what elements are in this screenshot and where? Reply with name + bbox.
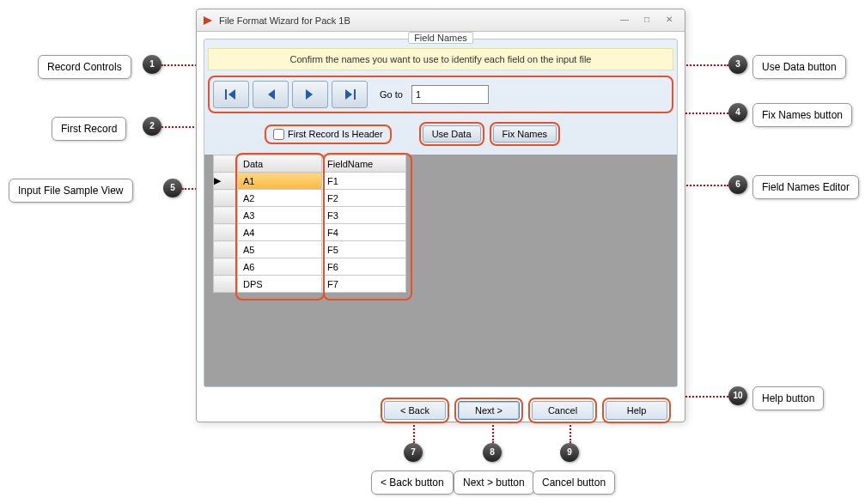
header-row: Data FieldName [214, 155, 406, 173]
corner-header [214, 155, 238, 173]
help-button-group: Help [602, 398, 671, 423]
record-controls-group: Go to [208, 76, 673, 113]
table-row[interactable]: A6 F6 [214, 258, 406, 276]
next-button[interactable]: Next > [458, 401, 520, 420]
first-record-button[interactable] [213, 81, 249, 108]
row-header [214, 207, 238, 224]
maximize-button[interactable]: □ [637, 14, 657, 27]
last-record-button[interactable] [332, 81, 368, 108]
data-cell[interactable]: A5 [238, 241, 322, 258]
minimize-button[interactable]: — [614, 14, 635, 27]
next-button-group: Next > [454, 398, 523, 423]
fix-names-group: Fix Names [490, 122, 561, 146]
fields-table[interactable]: Data FieldName ▶ A1 F1 A2 F2 [213, 155, 406, 293]
callout-record-controls: Record Controls [38, 55, 131, 79]
data-cell[interactable]: A6 [238, 258, 322, 276]
back-button[interactable]: < Back [384, 401, 446, 420]
first-record-header-label: First Record Is Header [288, 129, 383, 139]
field-cell[interactable]: F7 [322, 276, 406, 293]
col-header-field[interactable]: FieldName [322, 155, 406, 173]
close-button[interactable]: ✕ [659, 14, 679, 27]
row-header [214, 224, 238, 241]
callout-field-editor: Field Names Editor [752, 175, 859, 199]
row-header [214, 190, 238, 207]
field-cell[interactable]: F2 [322, 190, 406, 207]
callout-num-7: 7 [404, 443, 423, 462]
fix-names-button[interactable]: Fix Names [493, 125, 557, 143]
content-area: Field Names Confirm the names you want t… [197, 32, 685, 437]
callout-num-1: 1 [143, 55, 161, 74]
callout-num-2: 2 [143, 117, 161, 136]
fieldset-fieldnames: Field Names Confirm the names you want t… [204, 39, 678, 387]
app-icon [202, 15, 214, 27]
cancel-button-group: Cancel [528, 398, 597, 423]
callout-num-6: 6 [728, 175, 747, 194]
callout-cancel: Cancel button [533, 471, 615, 495]
window-title: File Format Wizard for Pack 1B [219, 15, 612, 26]
use-data-group: Use Data [419, 122, 484, 146]
use-data-button[interactable]: Use Data [423, 125, 481, 143]
callout-num-10: 10 [728, 386, 747, 405]
data-cell[interactable]: A3 [238, 207, 322, 224]
prev-record-button[interactable] [253, 81, 289, 108]
next-record-button[interactable] [292, 81, 328, 108]
row-header [214, 258, 238, 276]
svg-rect-0 [225, 89, 227, 100]
table-row[interactable]: A4 F4 [214, 224, 406, 241]
col-header-data[interactable]: Data [238, 155, 322, 173]
table-row[interactable]: A5 F5 [214, 241, 406, 258]
callout-use-data: Use Data button [752, 55, 846, 79]
grid-area: Data FieldName ▶ A1 F1 A2 F2 [204, 155, 677, 386]
first-record-header-checkbox[interactable] [273, 129, 284, 140]
goto-input[interactable] [411, 85, 489, 104]
callout-back: < Back button [371, 471, 454, 495]
field-cell[interactable]: F5 [322, 241, 406, 258]
callout-input-sample: Input File Sample View [9, 179, 133, 203]
first-icon [223, 88, 239, 101]
table-row[interactable]: A2 F2 [214, 190, 406, 207]
callout-num-9: 9 [560, 443, 579, 462]
callout-num-5: 5 [163, 179, 182, 197]
field-cell[interactable]: F3 [322, 207, 406, 224]
callout-fix-names: Fix Names button [752, 103, 852, 127]
callout-first-record: First Record [52, 117, 126, 141]
prev-icon [265, 88, 277, 101]
titlebar: File Format Wizard for Pack 1B — □ ✕ [197, 9, 685, 32]
callout-num-4: 4 [728, 103, 747, 122]
cancel-button[interactable]: Cancel [532, 401, 594, 420]
row-header [214, 241, 238, 258]
options-row: First Record Is Header Use Data Fix Name… [204, 117, 677, 151]
svg-rect-1 [354, 89, 356, 100]
row-indicator: ▶ [214, 173, 238, 190]
last-icon [342, 88, 357, 101]
data-cell[interactable]: A2 [238, 190, 322, 207]
table-row[interactable]: ▶ A1 F1 [214, 173, 406, 190]
data-cell[interactable]: DPS [238, 276, 322, 293]
field-cell[interactable]: F4 [322, 224, 406, 241]
callout-next: Next > button [454, 471, 534, 495]
data-cell[interactable]: A4 [238, 224, 322, 241]
table-row[interactable]: DPS F7 [214, 276, 406, 293]
wizard-button-bar: < Back Next > Cancel Help [204, 387, 678, 430]
data-cell[interactable]: A1 [238, 173, 322, 190]
callout-num-8: 8 [483, 443, 502, 462]
back-button-group: < Back [381, 398, 449, 423]
callout-line-10 [679, 396, 728, 398]
first-record-header-group: First Record Is Header [265, 124, 392, 144]
callout-num-3: 3 [728, 55, 747, 74]
wizard-window: File Format Wizard for Pack 1B — □ ✕ Fie… [196, 9, 685, 422]
fieldset-legend: Field Names [408, 32, 473, 44]
next-icon [304, 88, 316, 101]
help-button[interactable]: Help [606, 401, 667, 420]
goto-label: Go to [380, 89, 403, 100]
field-cell[interactable]: F6 [322, 258, 406, 276]
instruction-text: Confirm the names you want to use to ide… [208, 48, 673, 70]
callout-help: Help button [752, 386, 824, 410]
table-row[interactable]: A3 F3 [214, 207, 406, 224]
row-header [214, 276, 238, 293]
field-cell[interactable]: F1 [322, 173, 406, 190]
